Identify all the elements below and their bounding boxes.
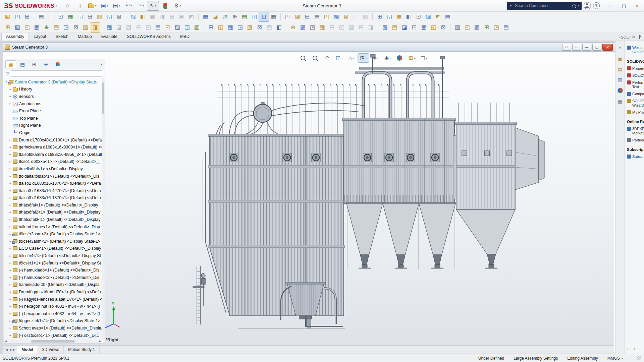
toolbar-icon[interactable]: ▣ (177, 12, 186, 21)
rebuild-icon[interactable] (160, 1, 171, 10)
pin-icon[interactable] (638, 35, 641, 39)
select-icon[interactable]: ↖▾ (147, 1, 159, 11)
expand-caret-icon[interactable]: ▸ (9, 218, 12, 221)
save-icon[interactable]: ▣▾ (99, 1, 110, 10)
toolbar-icon[interactable]: ▤ (312, 12, 322, 21)
expand-caret-icon[interactable]: ▸ (9, 138, 12, 141)
toolbar-icon[interactable]: ⊡ (163, 23, 172, 32)
toolbar-icon[interactable]: ⊕ (42, 23, 51, 32)
toolbar-icon[interactable]: ⊠ (255, 23, 264, 32)
toolbar-icon[interactable]: ◱ (75, 12, 85, 21)
expand-caret-icon[interactable]: ▸ (9, 298, 12, 301)
toolbar-icon[interactable]: ◳ (491, 23, 501, 32)
toolbar-icon[interactable]: ▨ (298, 23, 308, 32)
view-settings-icon[interactable]: □▾ (418, 54, 429, 62)
taskpane-item[interactable]: Online Resour (627, 120, 644, 124)
expand-caret-icon[interactable]: ▸ (9, 189, 12, 192)
expand-caret-icon[interactable]: ▸ (9, 291, 12, 294)
expand-caret-icon[interactable]: ▸ (9, 211, 12, 214)
toolbar-icon[interactable]: ◰ (143, 23, 153, 32)
document-tab[interactable]: Motion Study 1 (64, 346, 100, 354)
toolbar-icon[interactable]: ▨ (128, 12, 138, 21)
tree-item[interactable]: ▸ függeszték1<1> (Default) <Display Stat… (4, 317, 102, 325)
previous-view-icon[interactable]: ↶ (322, 54, 333, 62)
toolbar-icon[interactable]: ⊡ (414, 12, 423, 21)
toolbar-icon[interactable]: ▥ (192, 23, 202, 32)
tree-item[interactable]: ▸ ttcsó1 d603x5<1> -> (Default) <<Defaul… (4, 158, 102, 166)
tree-item[interactable]: ▸ hamukiadó<3> (Default) <<Default>_Disp… (4, 281, 102, 289)
toolbar-icon[interactable]: ▤ (51, 23, 61, 32)
undo-icon[interactable]: ↶▾ (123, 1, 134, 10)
toolbar-icon[interactable]: ⊕ (230, 12, 239, 21)
expand-caret-icon[interactable]: ▸ (9, 240, 12, 243)
toolbar-icon[interactable]: ⊕ (288, 23, 298, 32)
toolbar-icon[interactable]: ▦ (65, 12, 75, 21)
toolbar-icon[interactable]: ◪ (114, 23, 124, 32)
toolbar-icon[interactable]: ◲ (384, 12, 394, 21)
hide-show-items-icon[interactable]: ◉▾ (382, 54, 393, 62)
scroll-left-icon[interactable]: ◀ (5, 340, 7, 343)
taskpane-item[interactable]: Partner So (627, 138, 644, 142)
toolbar-icon[interactable]: ⊞ (167, 12, 177, 21)
tree-item[interactable]: ▸ tailend frame<1> (Default) <<Default>_… (4, 223, 102, 231)
toolbar-icon[interactable]: ⊟ (133, 23, 143, 32)
toolbar-icon[interactable]: ◧ (138, 12, 148, 21)
toolbar-icon[interactable]: ▤ (390, 23, 399, 32)
tree-item[interactable]: ▸ ttmellsőfal<1> <<Default>_Display (4, 165, 102, 173)
toolbar-icon[interactable]: ▦ (104, 23, 114, 32)
toolbar-icon[interactable]: ◳ (46, 12, 56, 21)
zoom-fit-icon[interactable] (298, 54, 309, 62)
tree-item[interactable]: ▸ tölcsér2asm<2> (Default) <Display Stat… (4, 230, 102, 238)
tree-item[interactable]: ▸ Sensors (4, 93, 102, 100)
expand-caret-icon[interactable]: ▸ (9, 312, 12, 315)
close-button[interactable]: × (631, 0, 644, 11)
close-button[interactable]: × (602, 44, 613, 51)
view-orientation-icon[interactable]: ◳▾ (358, 54, 369, 62)
document-tab[interactable]: Model (17, 346, 38, 354)
toolbar-icon[interactable]: ◨ (90, 23, 100, 32)
tab-scroll-button[interactable]: ◀ (9, 348, 11, 351)
tree-item[interactable]: ▸ tölcsér4<1> (Default) <<Default>_Displ… (4, 252, 102, 259)
taskpane-item[interactable]: SOLIDWO (627, 73, 644, 78)
taskpane-item[interactable]: Performan Test (627, 80, 644, 89)
propertymanager-tab[interactable]: ▤ (17, 60, 28, 68)
displaymanager-tab[interactable] (52, 60, 63, 68)
taskpane-item[interactable]: 3DEXPERIE Marketpla (627, 127, 644, 135)
toolbar-icon[interactable]: ▦ (269, 12, 278, 21)
toolbar-icon[interactable]: ▨ (292, 12, 302, 21)
taskpane-page-button[interactable]: ‹ (627, 346, 629, 351)
search-input[interactable] (514, 3, 570, 8)
toolbar-icon[interactable]: ⊠ (71, 23, 80, 32)
tree-item[interactable]: Top Plane (4, 115, 102, 122)
gear-icon[interactable]: ⚙ (632, 35, 636, 40)
taskpane-item[interactable]: Welcome t SOLIDWOR (627, 46, 644, 54)
tab-scroll-button[interactable]: |◀ (5, 348, 8, 351)
taskpane-home-tab[interactable]: ⌂ (616, 44, 624, 51)
toolbar-icon[interactable]: ◳ (308, 23, 317, 32)
expand-caret-icon[interactable]: ▸ (9, 334, 12, 337)
toolbar-icon[interactable]: ⊟ (302, 12, 312, 21)
toolbar-icon[interactable]: ⊡ (56, 12, 65, 21)
commandmanager-tab[interactable]: Assembly (1, 33, 29, 41)
tree-item[interactable]: ▸ ttalsó2 d1683x16-1370<2> (Default) <<D… (4, 180, 102, 187)
toolbar-icon[interactable]: ▤ (443, 12, 452, 21)
expand-caret-icon[interactable]: ▸ (9, 254, 12, 257)
toolbar-icon[interactable]: ◩ (186, 12, 196, 21)
toolbar-icon[interactable]: ◰ (283, 12, 292, 21)
expand-caret-icon[interactable]: ▸ (9, 160, 12, 163)
toolbar-icon[interactable]: ◨ (157, 12, 167, 21)
commandmanager-tab[interactable]: Sketch (51, 33, 73, 41)
toolbar-icon[interactable]: ▤ (153, 23, 163, 32)
toolbar-icon[interactable]: ▤ (36, 12, 46, 21)
expand-caret-icon[interactable]: ▸ (9, 95, 12, 98)
featuremanager-tab[interactable]: ▣ (5, 60, 16, 68)
panel-expand-icon[interactable]: › (100, 62, 103, 67)
search-expand-icon[interactable]: » (509, 3, 512, 8)
toolbar-icon[interactable]: ▦ (317, 23, 327, 32)
tree-item[interactable]: ▸ Annotations (4, 100, 102, 108)
tree-item[interactable]: ▸ ttalsófőkamra d1683x16-6956_3<1> (Defa… (4, 151, 102, 158)
toolbar-icon[interactable]: ▦ (225, 23, 235, 32)
taskpane-appearances-tab[interactable] (616, 86, 624, 94)
toolbar-icon[interactable]: ◫ (249, 12, 259, 21)
help-icon[interactable]: ? (593, 2, 600, 9)
